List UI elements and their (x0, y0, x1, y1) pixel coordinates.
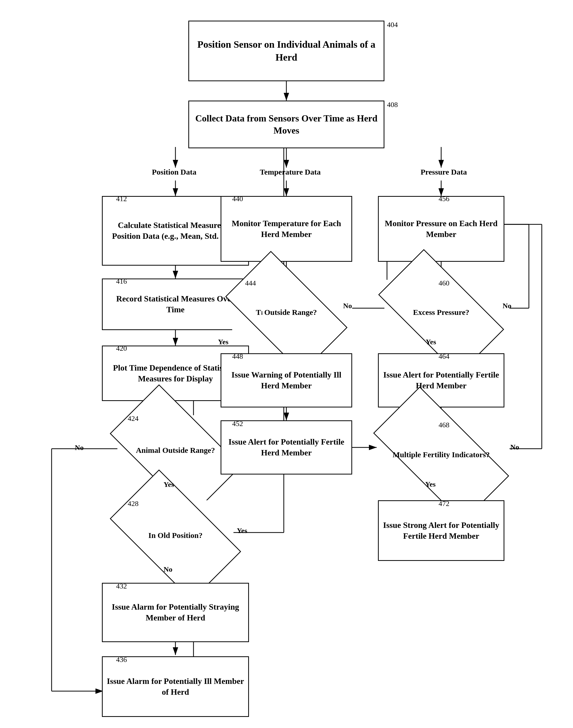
node-456: Monitor Pressure on Each Herd Member (378, 196, 504, 262)
node-408: Collect Data from Sensors Over Time as H… (188, 101, 384, 148)
node-432: Issue Alarm for Potentially Straying Mem… (102, 583, 249, 642)
label-468-yes: Yes (425, 480, 435, 489)
ref-408: 408 (387, 101, 398, 109)
node-472: Issue Strong Alert for Potentially Ferti… (378, 500, 504, 561)
node-428: In Old Position? (117, 500, 233, 570)
node-464: Issue Alert for Potentially Fertile Herd… (378, 353, 504, 407)
ref-428: 428 (128, 500, 139, 508)
ref-444: 444 (245, 279, 256, 287)
ref-432: 432 (116, 582, 127, 590)
node-440: Monitor Temperature for Each Herd Member (221, 196, 352, 262)
node-436: Issue Alarm for Potentially Ill Member o… (102, 656, 249, 717)
col-position-label: Position Data (116, 168, 232, 176)
col-temperature-label: Temperature Data (232, 168, 348, 176)
ref-468: 468 (438, 421, 450, 429)
label-444-yes: Yes (218, 338, 228, 346)
flowchart: Position Sensor on Individual Animals of… (0, 0, 573, 728)
ref-412: 412 (116, 195, 127, 203)
node-416: Record Statistical Measures Over Time (102, 279, 249, 330)
ref-460: 460 (438, 279, 450, 287)
ref-424: 424 (128, 414, 139, 423)
node-460: Excess Pressure? (384, 280, 498, 344)
ref-448: 448 (232, 352, 243, 360)
ref-472: 472 (438, 500, 450, 508)
ref-416: 416 (116, 277, 127, 285)
label-444-no: No (343, 302, 352, 310)
ref-452: 452 (232, 419, 243, 428)
ref-440: 440 (232, 195, 243, 203)
ref-404: 404 (387, 21, 398, 29)
label-460-yes: Yes (426, 338, 436, 346)
label-428-yes: Yes (237, 526, 247, 535)
label-468-no: No (510, 443, 519, 451)
ref-420: 420 (116, 344, 127, 352)
node-452: Issue Alert for Potentially Fertile Herd… (221, 421, 352, 474)
ref-436: 436 (116, 656, 127, 664)
node-468: Multiple Fertility Indicators? (378, 422, 504, 487)
label-428-no: No (164, 565, 172, 573)
node-404: Position Sensor on Individual Animals of… (188, 21, 384, 81)
ref-464: 464 (438, 352, 450, 360)
col-pressure-label: Pressure Data (395, 168, 493, 176)
ref-456: 456 (438, 195, 450, 203)
node-444: Tᵢ Outside Range? (232, 280, 341, 344)
node-424: Animal Outside Range? (117, 415, 233, 485)
node-448: Issue Warning of Potentially Ill Herd Me… (221, 353, 352, 407)
label-424-yes: Yes (164, 481, 174, 489)
label-424-no: No (75, 444, 84, 452)
label-460-no: No (503, 302, 511, 310)
